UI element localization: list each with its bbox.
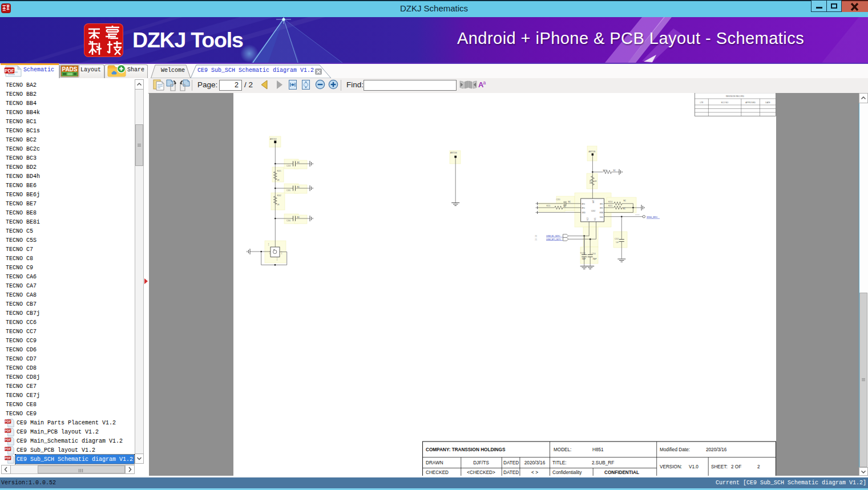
svg-text:<CHECKED>: <CHECKED>	[467, 470, 495, 475]
svg-text:PDF: PDF	[5, 456, 11, 460]
svg-text:R214: R214	[608, 201, 613, 203]
svg-text:VDD: VDD	[600, 216, 604, 218]
svg-text:2.SUB_RF: 2.SUB_RF	[592, 460, 614, 465]
svg-text:COMPANY: TRANSSION HOLDINGS: COMPANY: TRANSSION HOLDINGS	[426, 447, 506, 452]
svg-text:C251: C251	[556, 199, 561, 201]
svg-text:PDF: PDF	[5, 438, 11, 442]
svg-text:Modified Date:: Modified Date:	[660, 447, 690, 452]
svg-text:PADS: PADS	[62, 66, 77, 72]
svg-text:DJF/TS: DJF/TS	[473, 460, 489, 465]
svg-text:VERSION:: VERSION:	[660, 464, 682, 469]
svg-text:ANT136: ANT136	[589, 151, 596, 153]
svg-text:[1]: [1]	[535, 238, 538, 241]
svg-text:GND: GND	[276, 257, 278, 261]
svg-text:R215: R215	[608, 205, 613, 207]
svg-text:RF3: RF3	[582, 203, 585, 205]
svg-text:RF2: RF2	[600, 207, 603, 209]
svg-text:ANT: ANT	[592, 200, 595, 203]
svg-text:GSM_BP1_B27C: GSM_BP1_B27C	[546, 238, 562, 241]
svg-text:V1.0: V1.0	[689, 464, 699, 469]
svg-text:MODEL:: MODEL:	[554, 447, 571, 452]
svg-text:VC1: VC1	[594, 217, 596, 221]
svg-text:R210: R210	[590, 179, 592, 184]
svg-text:CONFIDENTIAL: CONFIDENTIAL	[604, 470, 639, 475]
svg-text:a: a	[483, 80, 486, 86]
svg-text:NC: NC	[613, 169, 616, 172]
svg-text:Confidentiality: Confidentiality	[552, 470, 582, 475]
svg-text:VC2: VC2	[587, 217, 590, 221]
svg-text:GND: GND	[582, 212, 586, 214]
svg-text:LTR: LTR	[700, 102, 704, 104]
svg-text:2020/3/16: 2020/3/16	[524, 460, 546, 465]
svg-text:TC213: TC213	[580, 252, 586, 254]
svg-text:R211: R211	[547, 205, 551, 207]
svg-text:C214: C214	[592, 253, 596, 255]
svg-text:R202: R202	[277, 195, 282, 197]
svg-text:33pF: 33pF	[593, 258, 597, 260]
svg-text:SHEET:: SHEET:	[711, 464, 728, 469]
svg-text:H851: H851	[592, 447, 604, 452]
svg-text:GND: GND	[281, 251, 282, 254]
svg-text:2: 2	[757, 464, 760, 469]
svg-text:RF1: RF1	[600, 203, 603, 205]
svg-text:[9]: [9]	[535, 235, 538, 237]
svg-text:ANT202: ANT202	[270, 138, 277, 140]
svg-text:RF4: RF4	[582, 207, 585, 209]
svg-text:C266: C266	[286, 220, 291, 222]
svg-text:ENB: ENB	[600, 212, 603, 214]
svg-text:DATED: DATED	[503, 470, 519, 475]
svg-text:C212: C212	[615, 238, 619, 240]
svg-text:33pF: 33pF	[582, 258, 586, 260]
svg-text:DATE: DATE	[765, 102, 770, 104]
svg-text:2.2mm: 2.2mm	[635, 214, 640, 216]
svg-text:PDF: PDF	[5, 447, 11, 451]
svg-text:2 OF: 2 OF	[731, 464, 741, 469]
svg-text:ANT206: ANT206	[450, 152, 457, 154]
svg-text:GSM_BC_B29C: GSM_BC_B29C	[546, 235, 560, 237]
svg-text:TITLE:: TITLE:	[552, 460, 567, 465]
svg-text:U202: U202	[591, 210, 596, 212]
svg-text:J201: J201	[268, 242, 269, 246]
svg-text:C219: C219	[286, 165, 291, 167]
svg-text:PDF: PDF	[5, 429, 11, 432]
svg-text:2020/3/16: 2020/3/16	[706, 447, 727, 452]
svg-text:PDF: PDF	[5, 68, 14, 74]
svg-text:PDF: PDF	[5, 420, 11, 423]
svg-text:1uF: 1uF	[616, 241, 619, 244]
svg-text:S900_B9C: S900_B9C	[647, 216, 657, 218]
svg-text:DRAWN: DRAWN	[426, 460, 443, 465]
svg-text:APPROVED: APPROVED	[745, 102, 756, 104]
svg-text:CHECKED: CHECKED	[426, 470, 449, 475]
svg-text:R221: R221	[277, 170, 282, 172]
svg-text:REVISION RECORD: REVISION RECORD	[726, 95, 744, 98]
svg-text:ECO NO: ECO NO	[721, 102, 729, 104]
svg-text:< >: < >	[531, 470, 538, 475]
svg-text:DATED: DATED	[503, 460, 519, 465]
svg-text:C265: C265	[286, 189, 291, 192]
